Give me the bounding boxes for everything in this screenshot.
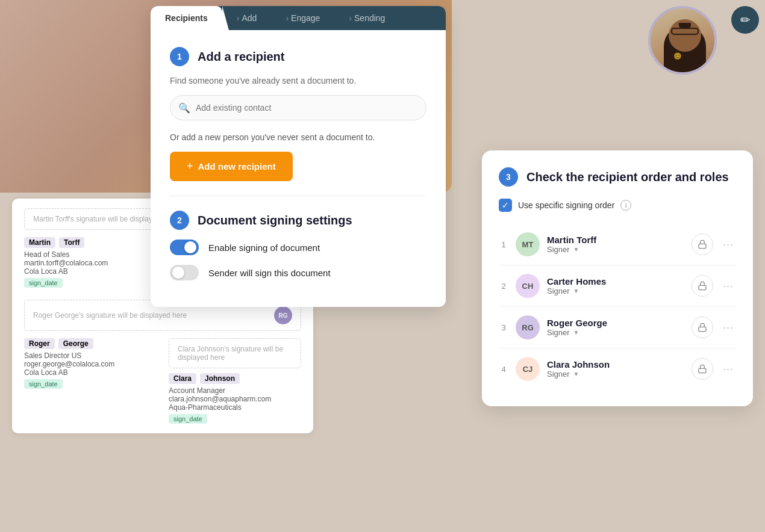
arrow-1: › (237, 13, 240, 23)
role-chevron-carter: ▼ (573, 288, 579, 294)
martin-first: Martin (24, 237, 55, 248)
recipient-info-clara: Clara Johnson Signer ▼ (547, 359, 684, 379)
or-text: Or add a new person you've never sent a … (170, 132, 426, 142)
recipient-role-carter[interactable]: Signer ▼ (547, 286, 684, 295)
more-menu-roger[interactable]: ··· (720, 319, 736, 336)
recipient-name-carter: Carter Homes (547, 276, 684, 286)
roger-section: Roger George's signature will be display… (24, 300, 301, 424)
clara-email: clara.johnson@aquapharm.com (169, 395, 301, 403)
add-new-recipient-button[interactable]: + Add new recipient (170, 152, 293, 181)
recipient-row-clara: 4 CJ Clara Johnson Signer ▼ ··· (499, 348, 736, 389)
search-input-wrap: 🔍 (170, 95, 426, 120)
signing-order-checkbox[interactable]: ✓ (499, 199, 512, 212)
recipient-role-martin[interactable]: Signer ▼ (547, 245, 684, 254)
plus-icon: + (187, 160, 193, 173)
roger-first: Roger (24, 338, 55, 349)
svg-rect-0 (699, 244, 706, 248)
recipient-role-clara[interactable]: Signer ▼ (547, 370, 684, 379)
person-smile: 😊 (673, 52, 682, 60)
step-2-number: 2 (177, 215, 182, 225)
toggle-signing-enable[interactable] (170, 240, 199, 255)
svg-rect-1 (699, 285, 706, 289)
setting-label-1: Enable signing of document (208, 243, 320, 253)
sig-placeholder-text-3: Clara Johnson's signature will be displa… (178, 345, 283, 362)
role-clara: Signer (547, 370, 570, 379)
martin-tag: sign_date (24, 278, 63, 288)
recipient-role-roger[interactable]: Signer ▼ (547, 328, 684, 337)
info-icon[interactable]: i (620, 200, 631, 211)
roger-initials-badge: RG (274, 306, 292, 324)
step-badge-1: 1 (170, 47, 189, 66)
section1-header: 1 Add a recipient (170, 47, 426, 66)
toggle-thumb-1 (184, 241, 196, 253)
order-1: 1 (499, 240, 508, 249)
clara-last: Johnson (200, 373, 240, 384)
toggle-sender-sign[interactable] (170, 265, 199, 280)
arrow-2: › (286, 13, 289, 23)
lock-icon-roger[interactable] (692, 317, 713, 338)
initials-roger: RG (522, 323, 534, 332)
roger-details: Roger George Sales Director US roger.geo… (24, 338, 157, 424)
initials-clara: CJ (523, 365, 533, 374)
wizard-card: Recipients › Add › Engage › Sending 1 Ad… (151, 6, 446, 307)
martin-title: Head of Sales (24, 250, 157, 259)
martin-company: Cola Loca AB (24, 267, 157, 276)
more-menu-martin[interactable]: ··· (720, 236, 736, 253)
sig-placeholder-text-2: Roger George's signature will be display… (33, 311, 187, 320)
toggle-thumb-2 (172, 267, 184, 279)
panel-title: Check the recipient order and roles (526, 170, 729, 184)
step-badge-2: 2 (170, 211, 189, 230)
svg-rect-2 (699, 327, 706, 331)
search-icon: 🔍 (178, 102, 190, 114)
role-chevron-roger: ▼ (573, 329, 579, 336)
svg-rect-3 (699, 368, 706, 373)
order-4: 4 (499, 365, 508, 374)
section2-header: 2 Document signing settings (170, 211, 426, 230)
step-3-number: 3 (506, 172, 511, 182)
clara-first: Clara (169, 373, 196, 384)
recipient-row-roger: 3 RG Roger George Signer ▼ ··· (499, 307, 736, 348)
martin-last: Torff (59, 237, 84, 248)
role-carter: Signer (547, 286, 570, 295)
lock-svg-carter (698, 281, 707, 291)
clara-company: Aqua-Pharmaceuticals (169, 403, 301, 412)
search-input[interactable] (170, 95, 426, 120)
avatar-carter: CH (516, 274, 540, 298)
tab-recipients[interactable]: Recipients (151, 6, 222, 30)
initials-carter: CH (522, 282, 534, 291)
lock-svg-martin (698, 240, 707, 249)
panel-header: 3 Check the recipient order and roles (499, 167, 736, 187)
section1-title: Add a recipient (198, 50, 284, 64)
tab-add[interactable]: › Add (222, 6, 272, 30)
recipient-info-carter: Carter Homes Signer ▼ (547, 276, 684, 295)
lock-icon-martin[interactable] (692, 234, 713, 255)
order-2: 2 (499, 282, 508, 291)
more-menu-clara[interactable]: ··· (720, 360, 736, 378)
recipient-row-martin: 1 MT Martin Torff Signer ▼ ··· (499, 224, 736, 265)
avatar-roger: RG (516, 315, 540, 339)
more-menu-carter[interactable]: ··· (720, 277, 736, 295)
lock-icon-carter[interactable] (692, 275, 713, 297)
tab-sending[interactable]: › Sending (334, 6, 399, 30)
arrow-3: › (349, 13, 352, 23)
add-new-recipient-label: Add new recipient (198, 161, 276, 172)
wizard-tab-bar: Recipients › Add › Engage › Sending (151, 6, 446, 30)
roger-company: Cola Loca AB (24, 368, 157, 377)
martin-details: Martin Torff Head of Sales martin.torff@… (24, 237, 157, 288)
edit-profile-button[interactable]: ✏ (731, 6, 759, 34)
setting-row-1: Enable signing of document (170, 240, 426, 255)
section1-description: Find someone you've already sent a docum… (170, 76, 426, 85)
recipient-name-clara: Clara Johnson (547, 359, 684, 370)
roger-title: Sales Director US (24, 351, 157, 360)
recipient-info-roger: Roger George Signer ▼ (547, 318, 684, 337)
clara-details: Clara Johnson's signature will be displa… (169, 338, 301, 424)
roger-tag: sign_date (24, 379, 63, 389)
lock-icon-clara[interactable] (692, 358, 713, 380)
role-chevron-martin: ▼ (573, 246, 579, 253)
roger-last: George (58, 338, 93, 349)
tab-engage[interactable]: › Engage (271, 6, 334, 30)
lock-svg-clara (698, 364, 707, 374)
role-martin: Signer (547, 245, 570, 254)
pencil-icon: ✏ (740, 13, 751, 27)
step-1-number: 1 (177, 52, 182, 61)
